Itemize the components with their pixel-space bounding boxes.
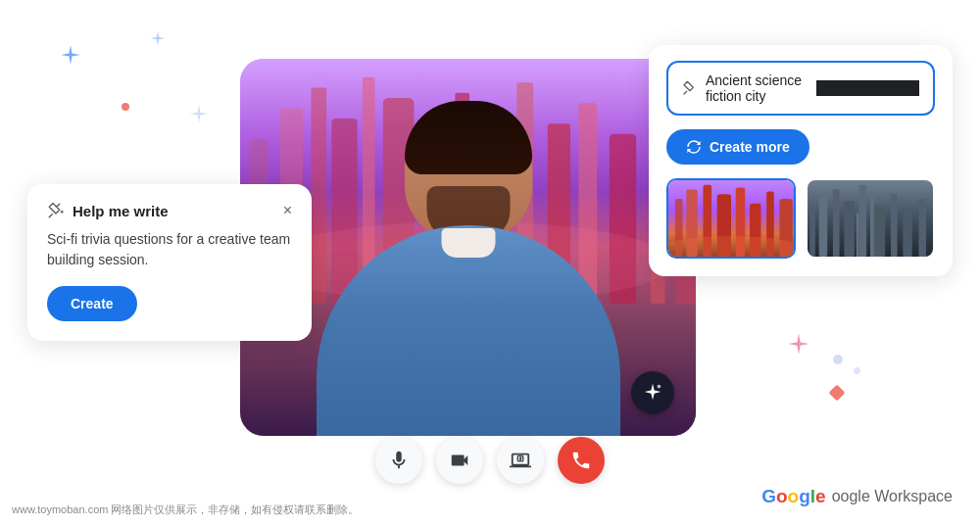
- end-call-button[interactable]: [558, 437, 605, 484]
- svg-point-26: [668, 236, 794, 257]
- card-body-text: Sci-fi trivia questions for a creative t…: [47, 229, 292, 270]
- card-header: Help me write ×: [47, 202, 292, 219]
- google-workspace-logo: Google oogle Workspace: [761, 486, 953, 507]
- refresh-icon: [686, 139, 702, 155]
- svg-rect-34: [891, 194, 898, 257]
- prompt-input-container[interactable]: Ancient science fiction city: [666, 61, 935, 116]
- workspace-label: oogle Workspace: [832, 488, 953, 505]
- ai-sparkle-button[interactable]: [631, 371, 674, 414]
- create-button[interactable]: Create: [47, 286, 137, 321]
- svg-rect-37: [857, 213, 859, 257]
- close-button[interactable]: ×: [283, 202, 292, 219]
- svg-rect-33: [872, 207, 885, 257]
- image-results: [666, 178, 935, 259]
- svg-rect-35: [903, 209, 912, 257]
- screen-share-button[interactable]: [497, 437, 544, 484]
- camera-button[interactable]: [436, 437, 483, 484]
- google-g-logo: Google: [761, 486, 825, 507]
- wand-icon-2: [682, 80, 698, 96]
- prompt-text: Ancient science fiction city: [706, 72, 808, 104]
- create-more-button[interactable]: Create more: [666, 129, 809, 165]
- wand-icon: [47, 202, 65, 219]
- svg-rect-32: [859, 185, 867, 257]
- help-write-card: Help me write × Sci-fi trivia questions …: [27, 184, 312, 341]
- svg-rect-29: [819, 197, 828, 257]
- controls-bar: [375, 437, 605, 484]
- image-gen-card: Ancient science fiction city Create more: [649, 45, 953, 276]
- card-title: Help me write: [47, 202, 169, 219]
- svg-rect-38: [870, 197, 874, 257]
- svg-rect-36: [918, 199, 926, 257]
- person-overlay: [292, 93, 645, 436]
- cursor: [816, 80, 919, 96]
- svg-rect-28: [809, 209, 815, 257]
- svg-rect-31: [844, 201, 854, 257]
- image-thumb-1[interactable]: [666, 178, 796, 259]
- footer-copyright: www.toymoban.com 网络图片仅供展示，非存储，如有侵权请联系删除。: [12, 502, 359, 517]
- svg-point-16: [658, 385, 662, 389]
- image-thumb-2[interactable]: [806, 178, 935, 259]
- microphone-button[interactable]: [375, 437, 422, 484]
- svg-rect-30: [833, 190, 840, 257]
